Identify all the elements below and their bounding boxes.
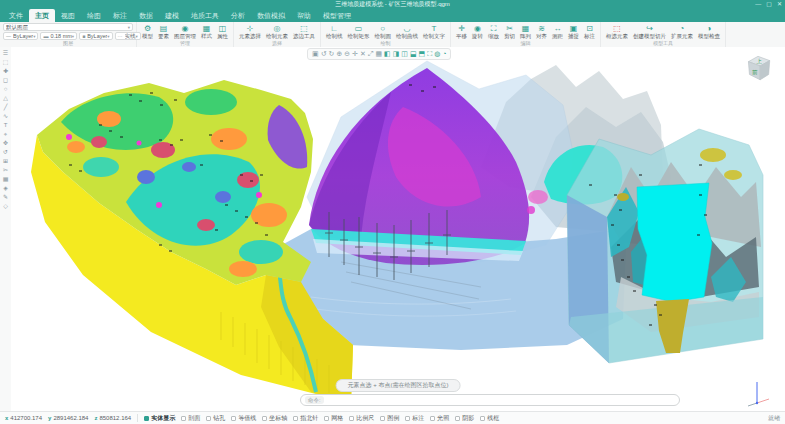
display-toggle[interactable]: 比例尺 — [349, 414, 374, 423]
display-toggle[interactable]: 指北针 — [293, 414, 318, 423]
window-button[interactable]: ✕ — [777, 0, 782, 9]
viewport-tool-icon[interactable]: ⊖ — [344, 50, 350, 58]
left-tool-icon[interactable]: ∿ — [3, 113, 8, 119]
left-tool-icon[interactable]: ╱ — [4, 104, 8, 110]
ribbon-button[interactable]: ▤ 要素 — [156, 24, 171, 40]
ribbon-button[interactable]: ⚙ 模型 — [140, 24, 155, 40]
ribbon-tab[interactable]: 分析 — [225, 9, 251, 22]
ribbon-button[interactable]: ◑ 模型检查 — [696, 24, 722, 40]
display-toggle[interactable]: 阴影 — [455, 414, 474, 423]
viewport-tool-icon[interactable]: ✛ — [352, 50, 358, 58]
ribbon-tab[interactable]: 数值模拟 — [251, 9, 291, 22]
viewport-tool-icon[interactable]: ▦ — [375, 50, 382, 58]
layer-property-select[interactable]: ▬ 0.18 mm ▾ — [40, 32, 77, 40]
viewport-tool-icon[interactable]: ↺ — [321, 50, 327, 58]
ribbon-tab[interactable]: 视图 — [55, 9, 81, 22]
viewport-tool-icon[interactable]: ⊕ — [336, 50, 342, 58]
viewport-tool-icon[interactable]: ⬒ — [419, 50, 426, 58]
viewport-tool-icon[interactable]: ⤢ — [368, 50, 374, 58]
ribbon-tab[interactable]: 帮助 — [291, 9, 317, 22]
ribbon-button[interactable]: ✛ 平移 — [454, 24, 469, 40]
ribbon-button[interactable]: ≋ 对齐 — [534, 24, 549, 40]
viewport-tool-icon[interactable]: ◫ — [401, 50, 408, 58]
ribbon-button[interactable]: ⊡ 标注 — [582, 24, 597, 40]
layer-select[interactable]: 默认图层 ▾ — [3, 23, 133, 31]
ribbon-button[interactable]: ∟ 绘制线 — [324, 24, 345, 40]
tool-icon: ⚙ — [144, 24, 151, 33]
ribbon-button[interactable]: ◡ 绘制曲线 — [394, 24, 420, 40]
left-tool-icon[interactable]: ✂ — [3, 167, 8, 173]
left-tool-icon[interactable]: ⊞ — [3, 158, 8, 164]
display-toggle[interactable]: 光照 — [430, 414, 449, 423]
viewport-3d[interactable]: ▣↺↻⊕⊖✛✕⤢▦◧◨◫⬓⬒⛶◍◔ 上 前 元素点选 + 布点(需在绘图区拾取点… — [11, 47, 785, 411]
ribbon-button[interactable]: ◉ 旋转 — [470, 24, 485, 40]
display-toggle[interactable]: 图例 — [380, 414, 399, 423]
left-tool-icon[interactable]: ◇ — [3, 203, 8, 209]
display-toggle[interactable]: 网格 — [324, 414, 343, 423]
ribbon-tab[interactable]: 标注 — [107, 9, 133, 22]
ribbon-button[interactable]: ◔ 扩展元素 — [669, 24, 695, 40]
ribbon-button[interactable]: T 绘制文字 — [421, 24, 447, 40]
ribbon-button[interactable]: ↪ 创建模型切片 — [631, 24, 668, 40]
ribbon-tab[interactable]: 主页 — [29, 9, 55, 22]
display-toggle[interactable]: 坐标轴 — [262, 414, 287, 423]
ribbon-button[interactable]: ◫ 属性 — [215, 24, 230, 40]
viewport-tool-icon[interactable]: ↻ — [329, 50, 335, 58]
left-tool-icon[interactable]: T — [4, 122, 8, 128]
display-toggle[interactable]: 标注 — [405, 414, 424, 423]
left-tool-icon[interactable]: ◻ — [3, 77, 8, 83]
left-tool-icon[interactable]: ○ — [4, 86, 8, 92]
viewport-tool-icon[interactable]: ⬓ — [410, 50, 417, 58]
property-icon: — — [6, 33, 11, 39]
ribbon-tab[interactable]: 建模 — [159, 9, 185, 22]
viewport-tool-icon[interactable]: ⛶ — [427, 50, 432, 58]
ribbon-button[interactable]: ✂ 剪切 — [502, 24, 517, 40]
layer-property-select[interactable]: — ByLayer ▾ — [3, 32, 38, 40]
display-toggle[interactable]: 实体显示 — [144, 414, 175, 423]
left-tool-icon[interactable]: ✥ — [3, 140, 8, 146]
command-input[interactable] — [327, 396, 675, 405]
viewport-tool-icon[interactable]: ✕ — [360, 50, 366, 58]
ribbon-button[interactable]: ◉ 图层管理 — [172, 24, 198, 40]
ribbon-button[interactable]: ◎ 绘制元素 — [264, 24, 290, 40]
left-tool-icon[interactable]: ◈ — [3, 185, 8, 191]
window-button[interactable]: — — [755, 0, 761, 9]
tool-icon: T — [432, 24, 437, 33]
ribbon-button[interactable]: ▣ 捕捉 — [566, 24, 581, 40]
viewport-tool-icon[interactable]: ◨ — [393, 50, 400, 58]
ribbon-button[interactable]: ⬚ 框选元素 — [604, 24, 630, 40]
ribbon-tab[interactable]: 数据 — [133, 9, 159, 22]
ribbon-button[interactable]: ▦ 阵列 — [518, 24, 533, 40]
left-tool-icon[interactable]: ▦ — [3, 176, 9, 182]
ribbon-button[interactable]: ○ 绘制圆 — [373, 24, 394, 40]
ribbon-button[interactable]: ▦ 样式 — [199, 24, 214, 40]
ribbon-tab[interactable]: 模型管理 — [317, 9, 357, 22]
display-toggle[interactable]: 钻孔 — [206, 414, 225, 423]
left-tool-icon[interactable]: ✚ — [3, 68, 8, 74]
viewport-tool-icon[interactable]: ▣ — [312, 50, 319, 58]
ribbon-tab[interactable]: 文件 — [3, 9, 29, 22]
ribbon-button[interactable]: ⊹ 元素选择 — [237, 24, 263, 40]
display-toggle[interactable]: 线框 — [480, 414, 499, 423]
view-cube-gizmo[interactable]: 上 前 — [742, 51, 774, 83]
tool-icon: ◑ — [707, 24, 712, 33]
ribbon-tab[interactable]: 地质工具 — [185, 9, 225, 22]
left-tool-icon[interactable]: ⌖ — [4, 131, 7, 137]
viewport-tool-icon[interactable]: ◧ — [384, 50, 391, 58]
left-tool-icon[interactable]: ✎ — [3, 194, 8, 200]
display-toggle[interactable]: 等值线 — [231, 414, 256, 423]
left-tool-icon[interactable]: ☰ — [3, 50, 8, 56]
viewport-tool-icon[interactable]: ◔ — [442, 50, 446, 58]
window-button[interactable]: ▢ — [766, 0, 772, 9]
ribbon-tab[interactable]: 绘图 — [81, 9, 107, 22]
layer-property-select[interactable]: ■ ByLayer ▾ — [79, 32, 112, 40]
ribbon-button[interactable]: ↔ 测距 — [550, 24, 565, 40]
ribbon-button[interactable]: ▭ 绘制矩形 — [346, 24, 372, 40]
ribbon-button[interactable]: ⛶ 缩放 — [486, 24, 501, 40]
viewport-tool-icon[interactable]: ◍ — [434, 50, 440, 58]
ribbon-button[interactable]: ⬚ 选边工具 — [291, 24, 317, 40]
left-tool-icon[interactable]: ↺ — [3, 149, 8, 155]
display-toggle[interactable]: 剖面 — [181, 414, 200, 423]
left-tool-icon[interactable]: △ — [3, 95, 8, 101]
left-tool-icon[interactable]: ⬚ — [3, 59, 9, 65]
